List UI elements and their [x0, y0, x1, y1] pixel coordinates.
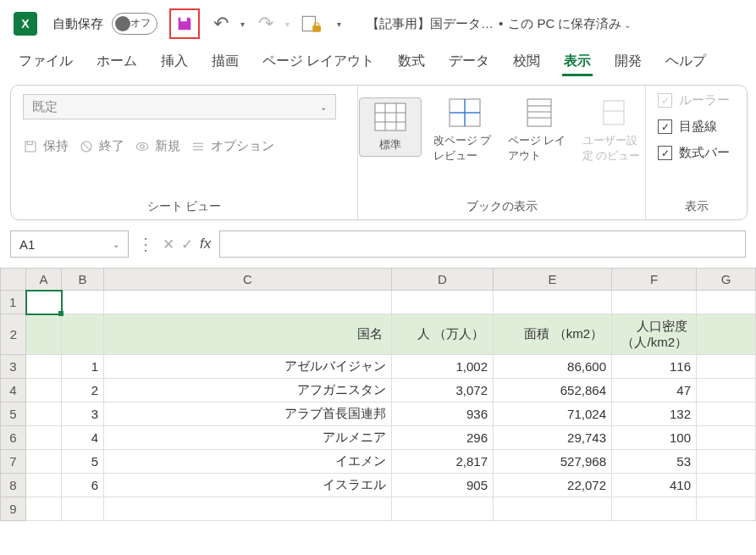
cell-density[interactable]: 100: [612, 426, 697, 450]
ribbon-tabs: ファイルホーム挿入描画ページ レイアウト数式データ校閲表示開発ヘルプ: [0, 47, 756, 76]
cell-area[interactable]: 652,864: [494, 379, 612, 402]
save-button[interactable]: [169, 8, 200, 39]
page-layout-button[interactable]: ページ レイアウト: [508, 97, 571, 164]
cell-area[interactable]: 71,024: [494, 402, 612, 426]
cell-pop[interactable]: 2,817: [392, 450, 494, 474]
svg-rect-18: [527, 99, 551, 126]
formulabar-checkbox[interactable]: ✓数式バー: [658, 145, 736, 161]
cell-density[interactable]: 47: [612, 379, 697, 402]
formula-input[interactable]: [219, 230, 746, 258]
col-header-A[interactable]: A: [26, 269, 62, 291]
col-header-D[interactable]: D: [392, 269, 494, 291]
cell[interactable]: 6: [62, 474, 104, 497]
header-density[interactable]: 人口密度（人/km2）: [612, 314, 697, 355]
confirm-formula-icon[interactable]: ✓: [181, 236, 193, 253]
tab-ヘルプ[interactable]: ヘルプ: [664, 53, 708, 76]
group-label: シート ビュー: [11, 199, 357, 214]
formula-bar: A1⌄ ⋮ ✕ ✓ fx: [10, 230, 746, 258]
cell-pop[interactable]: 936: [392, 402, 494, 426]
cell-pop[interactable]: 296: [392, 426, 494, 450]
cell-density[interactable]: 410: [612, 474, 697, 497]
tab-ホーム[interactable]: ホーム: [95, 53, 139, 76]
row-header[interactable]: 8: [1, 474, 26, 497]
tab-開発[interactable]: 開発: [613, 53, 643, 76]
group-workbook-views: 標準 改ページ プレビュー ページ レイアウト ユーザー設定 のビュー ブックの…: [358, 86, 646, 219]
undo-button[interactable]: ↶: [208, 11, 234, 36]
row-header[interactable]: 7: [1, 450, 26, 474]
row-header[interactable]: 3: [1, 355, 26, 379]
cell-A1[interactable]: [26, 291, 62, 314]
cell-area[interactable]: 527,968: [494, 450, 612, 474]
cell-country[interactable]: イエメン: [104, 450, 392, 474]
col-header-F[interactable]: F: [612, 269, 697, 291]
lock-record-icon[interactable]: [298, 11, 323, 36]
col-header-C[interactable]: C: [104, 269, 392, 291]
cell[interactable]: 2: [62, 379, 104, 402]
qat-overflow-icon[interactable]: ▾: [337, 19, 341, 29]
fx-icon[interactable]: fx: [200, 236, 211, 253]
tab-数式[interactable]: 数式: [396, 53, 427, 76]
redo-button[interactable]: ↷: [253, 11, 279, 36]
autosave-label: 自動保存: [52, 16, 103, 32]
tab-校閲[interactable]: 校閲: [511, 53, 542, 76]
cell[interactable]: 5: [62, 450, 104, 474]
cell-area[interactable]: 86,600: [494, 355, 612, 379]
svg-point-6: [141, 144, 145, 148]
spreadsheet-grid[interactable]: ABCDEFG 1 2 国名 人 （万人） 面積 （km2） 人口密度（人/km…: [0, 268, 756, 521]
custom-views-button[interactable]: ユーザー設定 のビュー: [582, 97, 645, 164]
tab-表示[interactable]: 表示: [562, 53, 593, 76]
normal-view-button[interactable]: 標準: [359, 97, 422, 157]
row-header[interactable]: 1: [1, 291, 26, 314]
cell[interactable]: 4: [62, 426, 104, 450]
svg-point-5: [136, 142, 148, 150]
autosave-toggle[interactable]: オフ: [112, 13, 157, 35]
col-header-corner[interactable]: [1, 269, 26, 291]
cell-country[interactable]: イスラエル: [104, 474, 392, 497]
ribbon: 既定⌄ 保持 終了 新規 オプション シート ビュー 標準 改ページ プレビュー…: [10, 85, 748, 220]
cell-country[interactable]: アゼルバイジャン: [104, 355, 392, 379]
tab-ページ レイアウト[interactable]: ページ レイアウト: [261, 53, 376, 76]
cell-country[interactable]: アラブ首長国連邦: [104, 402, 392, 426]
row-header[interactable]: 6: [1, 426, 26, 450]
col-header-E[interactable]: E: [494, 269, 612, 291]
cell-pop[interactable]: 905: [392, 474, 494, 497]
tab-描画[interactable]: 描画: [210, 53, 240, 76]
cell-density[interactable]: 53: [612, 450, 697, 474]
ruler-checkbox[interactable]: ✓ルーラー: [658, 92, 736, 108]
col-header-G[interactable]: G: [697, 269, 756, 291]
cell-pop[interactable]: 3,072: [392, 379, 494, 402]
redo-dropdown-icon[interactable]: ▾: [285, 19, 290, 29]
options-button[interactable]: オプション: [190, 138, 274, 154]
cell[interactable]: 1: [62, 355, 104, 379]
undo-dropdown-icon[interactable]: ▾: [240, 19, 245, 29]
end-button[interactable]: 終了: [79, 138, 124, 154]
group-label: 表示: [646, 199, 748, 214]
cell-area[interactable]: 22,072: [494, 474, 612, 497]
tab-データ[interactable]: データ: [447, 53, 491, 76]
header-country[interactable]: 国名: [104, 314, 392, 355]
keep-button[interactable]: 保持: [23, 138, 69, 154]
sheet-view-preset[interactable]: 既定⌄: [23, 94, 336, 119]
new-button[interactable]: 新規: [135, 138, 180, 154]
gridlines-checkbox[interactable]: ✓目盛線: [658, 119, 736, 135]
cell-area[interactable]: 29,743: [494, 426, 612, 450]
cancel-formula-icon[interactable]: ✕: [163, 236, 174, 253]
cell-country[interactable]: アルメニア: [104, 426, 392, 450]
group-sheet-view: 既定⌄ 保持 終了 新規 オプション シート ビュー: [11, 86, 358, 219]
name-box[interactable]: A1⌄: [10, 230, 129, 258]
header-area[interactable]: 面積 （km2）: [494, 314, 612, 355]
document-name[interactable]: 【記事用】国データ…•この PC に保存済み ⌄: [367, 16, 631, 32]
cell-pop[interactable]: 1,002: [392, 355, 494, 379]
pagebreak-preview-button[interactable]: 改ページ プレビュー: [433, 97, 496, 164]
cell-density[interactable]: 132: [612, 402, 697, 426]
cell-country[interactable]: アフガニスタン: [104, 379, 392, 402]
header-population[interactable]: 人 （万人）: [392, 314, 494, 355]
tab-挿入[interactable]: 挿入: [159, 53, 190, 76]
row-header[interactable]: 4: [1, 379, 26, 402]
tab-ファイル[interactable]: ファイル: [17, 53, 74, 76]
col-header-B[interactable]: B: [62, 269, 104, 291]
svg-rect-22: [604, 101, 624, 125]
row-header[interactable]: 5: [1, 402, 26, 426]
cell-density[interactable]: 116: [612, 355, 697, 379]
cell[interactable]: 3: [62, 402, 104, 426]
